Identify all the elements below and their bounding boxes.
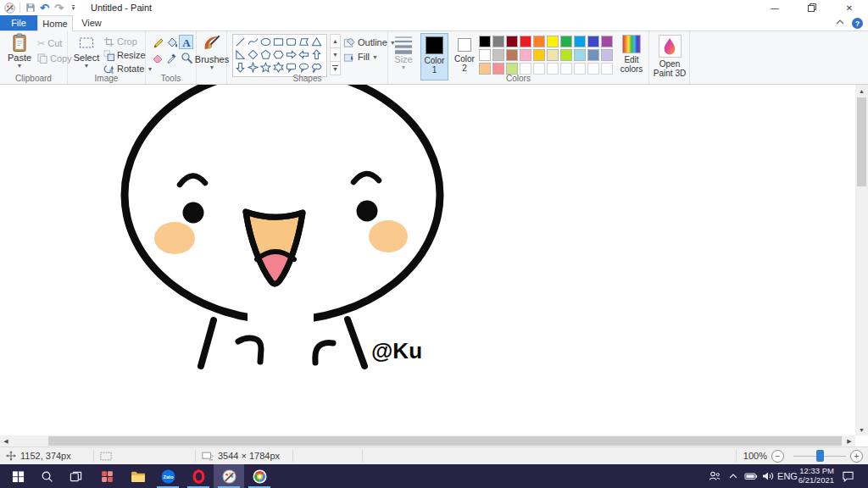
horizontal-scroll-thumb[interactable] [48, 436, 842, 446]
palette-color-C8BFE7[interactable] [601, 49, 613, 61]
palette-empty-slot[interactable] [574, 63, 586, 75]
zoom-in-button[interactable]: + [850, 447, 863, 464]
shape-diamond[interactable] [247, 48, 259, 61]
qat-customize-button[interactable]: ▾ [66, 1, 81, 14]
tray-clock[interactable]: 12:33 PM 6/21/2021 [793, 464, 834, 488]
shape-hexagon[interactable] [272, 48, 285, 61]
vertical-scrollbar[interactable]: ▲ ▼ [855, 85, 868, 435]
open-paint3d-button[interactable]: Open Paint 3D [652, 35, 687, 78]
taskbar-app-coccoc[interactable] [244, 464, 275, 488]
tray-battery-icon[interactable] [743, 464, 760, 488]
collapse-ribbon-icon[interactable] [836, 19, 844, 25]
palette-color-FFF200[interactable] [547, 36, 559, 47]
palette-color-A349A4[interactable] [601, 36, 613, 47]
palette-empty-slot[interactable] [601, 63, 613, 75]
cut-button[interactable]: ✂ Cut [37, 36, 62, 50]
palette-color-FF7F27[interactable] [533, 36, 545, 47]
taskbar-app-opera[interactable] [183, 464, 214, 488]
task-view-button[interactable] [63, 464, 88, 488]
help-icon[interactable]: ? [852, 18, 863, 29]
palette-color-7F7F7F[interactable] [492, 36, 504, 47]
shape-fill-button[interactable]: Fill ▼ [343, 50, 378, 64]
shape-arrow-down[interactable] [234, 61, 247, 74]
scroll-down-icon[interactable]: ▼ [855, 424, 868, 435]
gallery-down-icon[interactable]: ▼ [330, 47, 341, 62]
minimize-button[interactable]: — [756, 0, 793, 15]
shape-arrow-up[interactable] [310, 48, 323, 61]
shape-line[interactable] [234, 36, 247, 48]
save-button[interactable] [23, 1, 37, 14]
shape-star-6[interactable] [272, 61, 285, 74]
resize-button[interactable]: Resize [103, 48, 146, 62]
tray-chevron-up-icon[interactable] [726, 464, 741, 488]
palette-color-22B14C[interactable] [560, 36, 572, 47]
color-picker-tool[interactable] [164, 50, 179, 64]
scroll-left-icon[interactable]: ◀ [0, 435, 12, 446]
shape-star-4[interactable] [247, 61, 259, 74]
palette-empty-slot[interactable] [560, 63, 572, 75]
shape-rounded-rectangle[interactable] [285, 36, 298, 48]
size-button[interactable]: Size ▼ [390, 34, 417, 70]
palette-empty-slot[interactable] [520, 63, 531, 75]
brushes-button[interactable]: Brushes ▼ [198, 33, 226, 70]
taskbar-app-red-app[interactable] [92, 464, 122, 488]
restore-button[interactable] [793, 0, 831, 15]
shape-triangle[interactable] [310, 36, 323, 48]
select-button[interactable]: Select ▼ [71, 33, 102, 69]
palette-color-FFC90E[interactable] [533, 49, 545, 61]
redo-button[interactable]: ↷ [52, 1, 66, 14]
palette-color-000000[interactable] [479, 36, 491, 47]
scroll-up-icon[interactable]: ▲ [855, 85, 868, 97]
palette-color-B97A57[interactable] [506, 49, 518, 61]
action-center-icon[interactable] [837, 464, 858, 488]
palette-empty-slot[interactable] [547, 63, 559, 75]
palette-color-FB8E92[interactable] [492, 63, 504, 75]
edit-colors-button[interactable]: Edit colors [617, 35, 646, 74]
shape-curve[interactable] [247, 36, 259, 48]
zoom-slider-thumb[interactable] [816, 450, 824, 462]
zoom-out-button[interactable]: − [771, 447, 784, 464]
undo-button[interactable]: ↶ [37, 1, 52, 14]
palette-color-ED1C24[interactable] [520, 36, 531, 47]
shape-arrow-right[interactable] [285, 48, 298, 61]
scroll-right-icon[interactable]: ▶ [843, 435, 855, 446]
palette-color-B5E61D[interactable] [560, 49, 572, 61]
gallery-up-icon[interactable]: ▲ [330, 34, 341, 48]
palette-empty-slot[interactable] [587, 63, 599, 75]
text-tool[interactable]: A [179, 35, 193, 49]
shape-pentagon[interactable] [259, 48, 272, 61]
shape-callout-oval[interactable] [298, 61, 310, 74]
taskbar-app-file-explorer[interactable] [122, 464, 153, 488]
pencil-tool[interactable] [150, 35, 164, 49]
eraser-tool[interactable] [150, 50, 164, 64]
tab-file[interactable]: File [0, 15, 37, 30]
close-button[interactable]: ✕ [831, 0, 868, 15]
tray-volume-icon[interactable] [760, 464, 776, 488]
palette-color-FDC689[interactable] [479, 63, 491, 75]
palette-color-FFFFFF[interactable] [479, 49, 491, 61]
palette-color-C9E581[interactable] [506, 63, 518, 75]
shape-polygon[interactable] [298, 36, 310, 48]
palette-color-3F48CC[interactable] [587, 36, 599, 47]
shape-callout-rounded[interactable] [285, 61, 298, 74]
palette-color-00A2E8[interactable] [574, 36, 586, 47]
shape-rectangle[interactable] [272, 36, 285, 48]
palette-color-FFAEC9[interactable] [520, 49, 531, 61]
shape-star-5[interactable] [259, 61, 272, 74]
crop-button[interactable]: Crop [103, 35, 137, 48]
palette-color-EFE4B0[interactable] [547, 49, 559, 61]
tab-home[interactable]: Home [37, 15, 73, 31]
shape-callout-cloud[interactable] [310, 61, 323, 74]
drawing-canvas[interactable]: @Ku [0, 85, 855, 435]
magnifier-tool[interactable] [179, 50, 193, 64]
shape-right-triangle[interactable] [234, 48, 247, 61]
taskbar-app-zalo[interactable]: Zalo [153, 464, 183, 488]
fill-with-color-tool[interactable] [164, 35, 179, 49]
shape-ellipse[interactable] [259, 36, 272, 48]
horizontal-scrollbar[interactable]: ◀ ▶ [0, 435, 855, 446]
copy-button[interactable]: Copy [37, 52, 72, 65]
palette-color-99D9EA[interactable] [574, 49, 586, 61]
paste-button[interactable]: Paste ▼ [5, 33, 34, 69]
tab-view[interactable]: View [73, 15, 110, 30]
taskbar-app-paint[interactable] [214, 464, 244, 488]
